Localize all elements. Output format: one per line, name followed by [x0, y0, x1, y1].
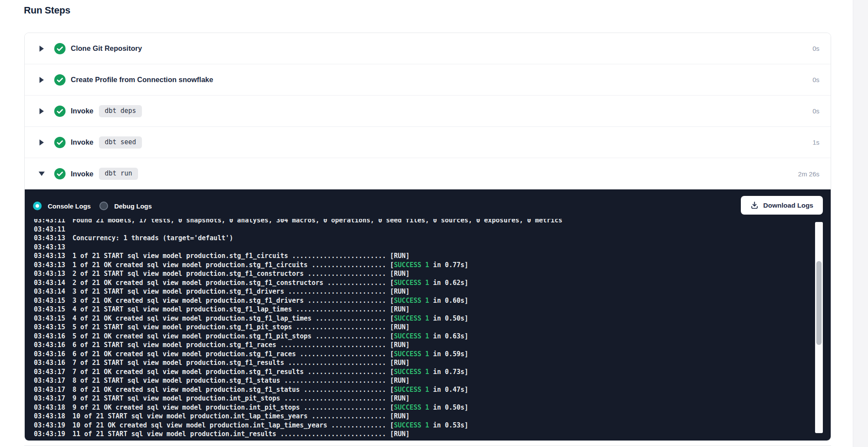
step-row[interactable]: Invoke dbt run 2m 26s: [25, 158, 831, 189]
success-check-icon: [54, 106, 66, 117]
tab-debug-logs-label: Debug Logs: [114, 202, 152, 210]
log-panel: Console Logs Debug Logs Download Logs 03…: [25, 189, 831, 440]
log-lines: 03:43:11Found 21 models, 17 tests, 0 sna…: [34, 219, 828, 439]
step-command-badge: dbt seed: [99, 136, 141, 149]
log-line: 03:43:179 of 21 START sql view model pro…: [34, 394, 828, 403]
console-log-output: 03:43:11Found 21 models, 17 tests, 0 sna…: [34, 219, 828, 440]
log-line: 03:43:154 of 21 OK created sql view mode…: [34, 314, 828, 323]
expand-caret-icon[interactable]: [39, 172, 45, 176]
bottom-divider: [24, 445, 831, 446]
log-line: 03:43:1911 of 21 START sql view model pr…: [34, 430, 828, 439]
expand-caret-icon[interactable]: [39, 139, 45, 146]
log-line: 03:43:166 of 21 OK created sql view mode…: [34, 350, 828, 359]
log-line: 03:43:177 of 21 OK created sql view mode…: [34, 368, 828, 377]
expand-caret-icon[interactable]: [39, 77, 45, 83]
log-scrollbar-track[interactable]: [815, 222, 823, 433]
expand-caret-icon[interactable]: [39, 108, 45, 114]
tab-console-logs-label: Console Logs: [48, 202, 91, 210]
log-line: 03:43:1910 of 21 OK created sql view mod…: [34, 421, 828, 430]
log-line: 03:43:155 of 21 START sql view model pro…: [34, 323, 828, 332]
log-line: 03:43:132 of 21 START sql view model pro…: [34, 269, 828, 278]
download-logs-button[interactable]: Download Logs: [741, 196, 823, 215]
step-duration: 0s: [812, 45, 819, 52]
step-row[interactable]: Clone Git Repository 0s: [25, 33, 831, 64]
log-line: 03:43:153 of 21 OK created sql view mode…: [34, 296, 828, 305]
log-line: 03:43:1810 of 21 START sql view model pr…: [34, 412, 828, 421]
page-right-gutter: [853, 0, 868, 447]
radio-unselected-icon[interactable]: [99, 202, 108, 210]
log-line: 03:43:11: [34, 225, 828, 234]
success-check-icon: [54, 168, 66, 179]
radio-selected-icon[interactable]: [33, 202, 42, 210]
success-check-icon: [54, 74, 66, 86]
log-line: 03:43:142 of 21 OK created sql view mode…: [34, 278, 828, 288]
log-scrollbar-thumb[interactable]: [816, 261, 822, 345]
log-line: 03:43:13: [34, 243, 828, 252]
step-duration: 0s: [812, 107, 819, 115]
step-row[interactable]: Invoke dbt seed 1s: [25, 127, 831, 158]
log-line: 03:43:131 of 21 OK created sql view mode…: [34, 261, 828, 270]
log-line: 03:43:167 of 21 START sql view model pro…: [34, 358, 828, 368]
log-line: 03:43:165 of 21 OK created sql view mode…: [34, 332, 828, 341]
log-tabs: Console Logs Debug Logs: [33, 202, 152, 210]
step-row[interactable]: Invoke dbt deps 0s: [25, 96, 831, 127]
tab-debug-logs[interactable]: Debug Logs: [99, 202, 152, 210]
step-label: Invoke: [71, 138, 93, 146]
log-line: 03:43:189 of 21 OK created sql view mode…: [34, 403, 828, 412]
expand-caret-icon[interactable]: [39, 46, 45, 52]
log-line: 03:43:13Concurrency: 1 threads (target='…: [34, 234, 828, 243]
step-command-badge: dbt run: [99, 168, 138, 180]
log-line: 03:43:131 of 21 START sql view model pro…: [34, 252, 828, 261]
run-steps-card: Clone Git Repository 0s Create Profile f…: [24, 33, 831, 441]
step-command-badge: dbt deps: [99, 105, 141, 117]
download-icon: [750, 201, 759, 209]
page-title: Run Steps: [24, 5, 70, 16]
download-logs-label: Download Logs: [763, 202, 813, 209]
log-line: 03:43:143 of 21 START sql view model pro…: [34, 287, 828, 296]
step-duration: 2m 26s: [798, 170, 819, 178]
step-rows-container: Clone Git Repository 0s Create Profile f…: [25, 33, 831, 189]
log-line: 03:43:166 of 21 START sql view model pro…: [34, 341, 828, 350]
step-duration: 0s: [812, 76, 819, 83]
step-label: Invoke: [71, 170, 93, 178]
step-duration: 1s: [812, 139, 819, 146]
log-line: 03:43:178 of 21 OK created sql view mode…: [34, 385, 828, 394]
log-line: 03:43:178 of 21 START sql view model pro…: [34, 376, 828, 385]
step-label: Invoke: [71, 107, 93, 115]
success-check-icon: [54, 137, 66, 148]
step-row[interactable]: Create Profile from Connection snowflake…: [25, 64, 831, 96]
step-label: Clone Git Repository: [71, 44, 142, 53]
success-check-icon: [54, 43, 66, 54]
log-line: 03:43:154 of 21 START sql view model pro…: [34, 305, 828, 314]
log-line: 03:43:11Found 21 models, 17 tests, 0 sna…: [34, 219, 828, 225]
step-label: Create Profile from Connection snowflake: [71, 76, 213, 84]
tab-console-logs[interactable]: Console Logs: [33, 202, 91, 210]
